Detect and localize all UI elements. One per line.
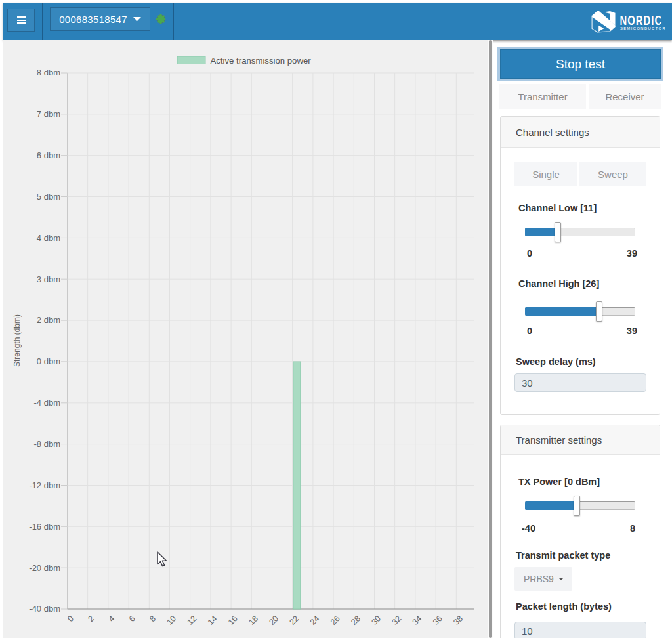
svg-text:Active transmission power: Active transmission power xyxy=(211,56,312,66)
svg-text:-20 dbm: -20 dbm xyxy=(29,563,60,573)
svg-text:28: 28 xyxy=(349,614,362,627)
svg-text:30: 30 xyxy=(369,614,383,627)
svg-text:4 dbm: 4 dbm xyxy=(37,233,60,243)
svg-text:0: 0 xyxy=(66,614,75,624)
svg-text:18: 18 xyxy=(247,614,260,627)
svg-text:2 dbm: 2 dbm xyxy=(37,315,60,325)
svg-text:26: 26 xyxy=(329,614,342,627)
svg-text:22: 22 xyxy=(288,614,301,627)
svg-text:0 dbm: 0 dbm xyxy=(37,356,60,366)
svg-text:10: 10 xyxy=(165,614,178,627)
svg-text:6 dbm: 6 dbm xyxy=(37,150,60,160)
svg-text:-40 dbm: -40 dbm xyxy=(29,604,60,614)
svg-text:7 dbm: 7 dbm xyxy=(37,109,60,119)
svg-text:8 dbm: 8 dbm xyxy=(37,68,60,77)
svg-text:32: 32 xyxy=(390,614,404,627)
svg-text:-12 dbm: -12 dbm xyxy=(29,480,60,490)
svg-text:16: 16 xyxy=(226,614,240,627)
svg-text:2: 2 xyxy=(87,614,96,624)
svg-text:SEMICONDUCTOR: SEMICONDUCTOR xyxy=(620,26,666,30)
svg-text:38: 38 xyxy=(452,614,465,627)
svg-text:-8 dbm: -8 dbm xyxy=(34,439,60,449)
svg-text:6: 6 xyxy=(127,614,137,624)
svg-text:36: 36 xyxy=(431,614,444,627)
svg-text:-16 dbm: -16 dbm xyxy=(29,522,60,532)
svg-text:14: 14 xyxy=(206,614,219,627)
svg-text:20: 20 xyxy=(267,614,280,627)
svg-text:12: 12 xyxy=(186,614,199,627)
svg-text:8: 8 xyxy=(148,614,158,624)
svg-text:-4 dbm: -4 dbm xyxy=(34,398,60,408)
svg-text:NORDIC: NORDIC xyxy=(620,12,663,28)
svg-text:4: 4 xyxy=(107,614,117,624)
svg-text:3 dbm: 3 dbm xyxy=(37,274,60,284)
svg-text:5 dbm: 5 dbm xyxy=(37,192,60,202)
svg-text:Strength (dbm): Strength (dbm) xyxy=(12,314,22,367)
svg-text:34: 34 xyxy=(411,614,424,627)
svg-text:24: 24 xyxy=(308,614,322,627)
